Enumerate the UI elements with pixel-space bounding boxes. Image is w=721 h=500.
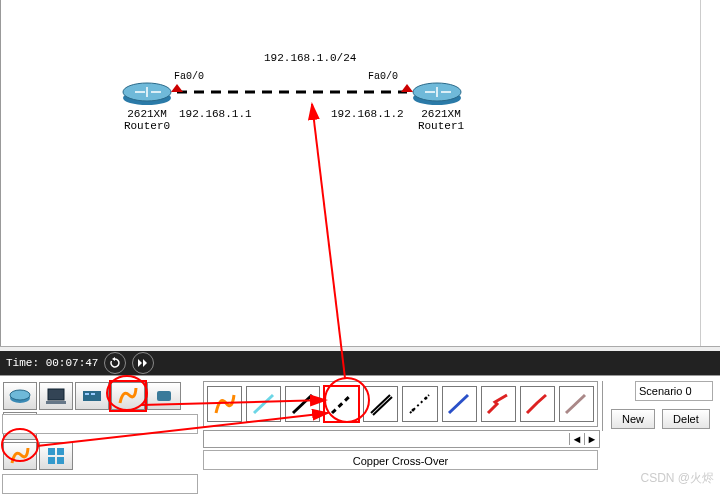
subcategory-name-field — [2, 474, 198, 494]
svg-rect-24 — [57, 457, 64, 464]
connection-coaxial[interactable] — [442, 386, 477, 422]
category-components[interactable] — [75, 382, 109, 410]
svg-line-25 — [254, 395, 273, 413]
connection-phone[interactable] — [402, 386, 437, 422]
svg-line-27 — [332, 395, 351, 413]
svg-rect-16 — [83, 391, 101, 401]
connection-scrollbar[interactable]: ◄► — [203, 430, 600, 448]
router0-device[interactable] — [121, 80, 173, 106]
connection-console[interactable] — [246, 386, 281, 422]
svg-rect-21 — [48, 448, 55, 455]
svg-rect-18 — [91, 393, 95, 395]
category-name-field — [2, 414, 198, 434]
router0-ip-label: 192.168.1.1 — [179, 108, 252, 120]
svg-point-32 — [425, 397, 428, 400]
new-scenario-button[interactable]: New — [611, 409, 655, 429]
realtime-bar: Time: 00:07:47 — [0, 351, 720, 375]
scroll-right-icon[interactable]: ► — [584, 433, 599, 445]
time-label: Time: — [6, 357, 39, 369]
connection-octal[interactable] — [559, 386, 594, 422]
router1-device[interactable] — [411, 80, 463, 106]
svg-rect-14 — [48, 389, 64, 400]
router1-interface-label: Fa0/0 — [368, 71, 398, 82]
time-value: 00:07:47 — [46, 357, 99, 369]
subcategory-connections[interactable] — [3, 442, 37, 470]
svg-rect-22 — [57, 448, 64, 455]
svg-marker-11 — [143, 359, 147, 367]
router1-label: 2621XM Router1 — [407, 108, 475, 132]
category-network-devices[interactable] — [3, 382, 37, 410]
watermark-text: CSDN @火烬 — [640, 470, 714, 487]
connection-copper-crossover[interactable] — [324, 386, 359, 422]
svg-line-28 — [371, 395, 390, 413]
fast-forward-button[interactable] — [132, 352, 154, 374]
svg-line-33 — [449, 395, 468, 413]
delete-scenario-button[interactable]: Delet — [662, 409, 710, 429]
svg-point-31 — [412, 409, 415, 412]
network-cidr-label: 192.168.1.0/24 — [264, 52, 356, 64]
svg-rect-17 — [85, 393, 89, 395]
svg-line-34 — [566, 395, 585, 413]
svg-line-26 — [293, 395, 312, 413]
svg-marker-8 — [401, 84, 413, 92]
reset-time-button[interactable] — [104, 352, 126, 374]
svg-rect-15 — [46, 401, 66, 404]
svg-marker-9 — [112, 357, 115, 361]
router1-ip-label: 192.168.1.2 — [331, 108, 404, 120]
connection-automatic[interactable] — [207, 386, 242, 422]
connection-fiber[interactable] — [363, 386, 398, 422]
scroll-left-icon[interactable]: ◄ — [569, 433, 584, 445]
device-subcategory-row — [2, 441, 198, 469]
svg-line-29 — [373, 397, 392, 415]
connection-name-display: Copper Cross-Over — [203, 450, 598, 470]
connection-serial-dce[interactable] — [481, 386, 516, 422]
connection-copper-straight[interactable] — [285, 386, 320, 422]
router0-label: 2621XM Router0 — [113, 108, 181, 132]
svg-marker-10 — [138, 359, 142, 367]
scenario-select[interactable]: Scenario 0 — [635, 381, 713, 401]
subcategory-structured[interactable] — [39, 442, 73, 470]
connection-serial-dte[interactable] — [520, 386, 555, 422]
svg-rect-23 — [48, 457, 55, 464]
category-connections[interactable] — [111, 382, 145, 410]
svg-point-13 — [10, 390, 30, 400]
router0-interface-label: Fa0/0 — [174, 71, 204, 82]
connection-link[interactable] — [171, 84, 413, 106]
category-end-devices[interactable] — [39, 382, 73, 410]
workspace-canvas[interactable]: 192.168.1.0/24 2621XM Router0 Fa0/0 192.… — [0, 0, 721, 346]
scenario-panel: i Scenario 0 New Delet Toggle PDU List W… — [602, 381, 721, 431]
device-palette: ◄► Copper Cross-Over i Scenario 0 New De… — [0, 375, 720, 500]
connection-type-row — [203, 381, 598, 427]
svg-rect-19 — [157, 391, 171, 401]
svg-marker-7 — [171, 84, 183, 92]
category-misc[interactable] — [147, 382, 181, 410]
